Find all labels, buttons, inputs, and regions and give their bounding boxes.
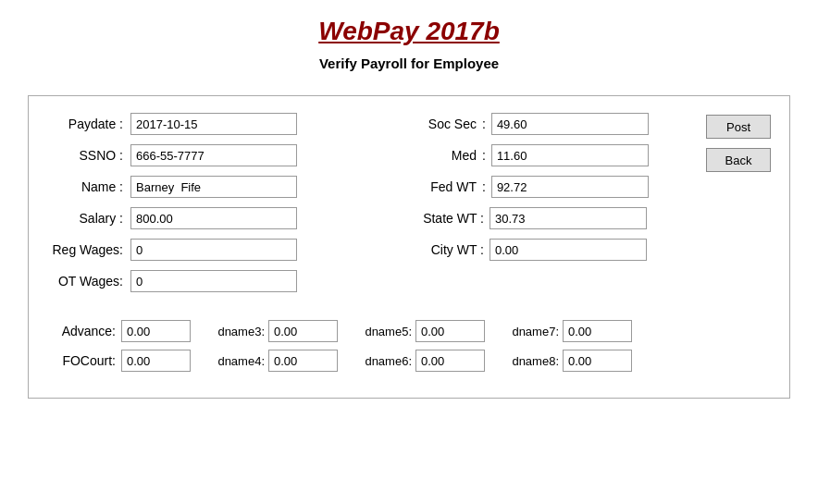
fed-wt-row: Fed WT : <box>408 176 669 198</box>
advance-input[interactable] <box>121 320 191 342</box>
salary-row: Salary : <box>47 207 399 229</box>
dname3-input[interactable] <box>268 320 338 342</box>
city-wt-row: City WT : <box>408 239 669 261</box>
reg-wages-label: Reg Wages: <box>47 242 130 257</box>
name-label: Name : <box>47 179 130 194</box>
med-row: Med : <box>408 144 669 166</box>
paydate-label: Paydate : <box>47 117 130 131</box>
dname8-input[interactable] <box>563 350 632 372</box>
dname4-input[interactable] <box>268 350 338 372</box>
post-button[interactable]: Post <box>706 115 771 139</box>
deductions-section: Advance: dname3: dname5: dname7: FOCourt… <box>47 320 771 372</box>
page-title: WebPay 2017b <box>0 17 818 46</box>
dname7-input[interactable] <box>563 320 632 342</box>
soc-sec-row: Soc Sec : <box>408 113 669 135</box>
page-subtitle: Verify Payroll for Employee <box>0 55 818 71</box>
soc-sec-input[interactable] <box>491 113 649 135</box>
city-wt-input[interactable] <box>490 239 647 261</box>
focourt-label: FOCourt: <box>47 353 121 368</box>
paydate-input[interactable] <box>130 113 297 135</box>
dname4-label: dname4: <box>204 354 268 368</box>
back-button[interactable]: Back <box>706 148 771 172</box>
soc-sec-label: Soc Sec <box>408 117 482 131</box>
page-header: WebPay 2017b Verify Payroll for Employee <box>0 0 818 86</box>
reg-wages-input[interactable] <box>130 239 297 261</box>
left-column: Paydate : SSNO : Name : Salary : Reg Wag… <box>47 113 399 301</box>
salary-input[interactable] <box>130 207 297 229</box>
ssno-input[interactable] <box>130 144 297 166</box>
fed-wt-label: Fed WT <box>408 179 482 194</box>
dname5-label: dname5: <box>351 325 415 338</box>
focourt-input[interactable] <box>121 350 191 372</box>
dname8-label: dname8: <box>498 354 563 368</box>
name-input[interactable] <box>130 176 297 198</box>
salary-label: Salary : <box>47 211 130 226</box>
focourt-row: FOCourt: dname4: dname6: dname8: <box>47 350 771 372</box>
dname3-label: dname3: <box>204 325 268 338</box>
right-column: Soc Sec : Med : Fed WT : State WT : City… <box>399 113 669 301</box>
ssno-row: SSNO : <box>47 144 399 166</box>
med-colon: : <box>482 148 491 163</box>
advance-label: Advance: <box>47 324 121 338</box>
dname6-label: dname6: <box>351 354 415 368</box>
form-grid: Paydate : SSNO : Name : Salary : Reg Wag… <box>47 113 771 301</box>
advance-row: Advance: dname3: dname5: dname7: <box>47 320 771 342</box>
ot-wages-row: OT Wages: <box>47 270 399 292</box>
dname5-input[interactable] <box>415 320 485 342</box>
fed-wt-colon: : <box>482 179 491 194</box>
dname6-input[interactable] <box>415 350 485 372</box>
reg-wages-row: Reg Wages: <box>47 239 399 261</box>
fed-wt-input[interactable] <box>491 176 649 198</box>
paydate-row: Paydate : <box>47 113 399 135</box>
ot-wages-label: OT Wages: <box>47 274 130 289</box>
form-container: Paydate : SSNO : Name : Salary : Reg Wag… <box>28 95 790 399</box>
med-label: Med <box>408 148 482 163</box>
soc-sec-colon: : <box>482 117 491 131</box>
ot-wages-input[interactable] <box>130 270 297 292</box>
state-wt-label: State WT : <box>408 211 490 226</box>
name-row: Name : <box>47 176 399 198</box>
buttons-column: Post Back <box>669 113 771 301</box>
state-wt-row: State WT : <box>408 207 669 229</box>
city-wt-label: City WT : <box>408 242 490 257</box>
ssno-label: SSNO : <box>47 148 130 163</box>
med-input[interactable] <box>491 144 649 166</box>
dname7-label: dname7: <box>498 325 563 338</box>
state-wt-input[interactable] <box>490 207 647 229</box>
